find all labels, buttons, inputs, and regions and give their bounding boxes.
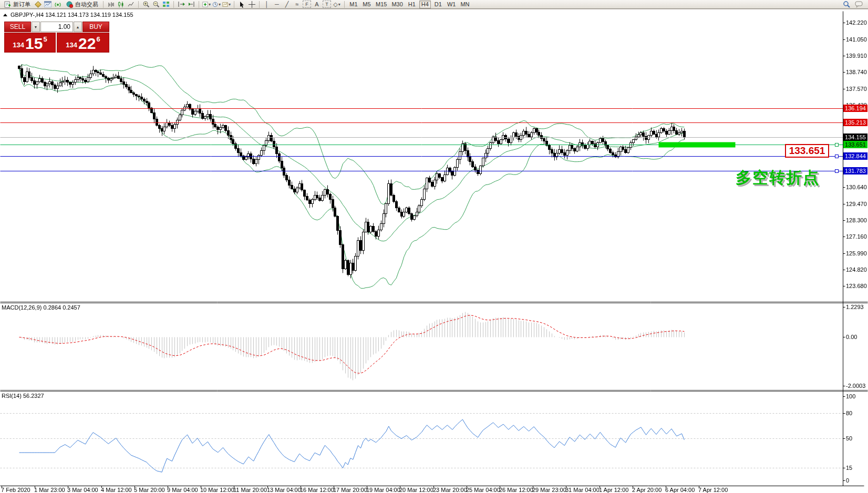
- zoom-out-icon[interactable]: [152, 1, 160, 8]
- timeframe-d1[interactable]: D1: [432, 1, 444, 8]
- new-order-icon: [3, 1, 12, 8]
- price-tick-label: 123.680: [846, 283, 867, 289]
- market-watch-icon[interactable]: [34, 1, 42, 8]
- new-order-button[interactable]: 新订单: [2, 1, 32, 8]
- time-tick-label: 4 Mar 12:00: [101, 487, 132, 493]
- price-tick-label: 125.990: [846, 250, 867, 256]
- timeframe-w1[interactable]: W1: [446, 1, 458, 8]
- one-click-trading-panel: SELL ▼ ▲ BUY 134155 134226: [4, 22, 109, 53]
- text-label-tool-icon[interactable]: T: [323, 1, 331, 8]
- autotrading-icon: [65, 1, 74, 8]
- toolbar: 新订单 自动交易: [0, 0, 868, 9]
- time-tick-label: 11 Mar 20:00: [233, 487, 267, 493]
- crosshair-icon[interactable]: [247, 1, 256, 8]
- price-tick-label: 142.220: [846, 19, 867, 26]
- macd-tick-label: 0.00: [846, 334, 857, 340]
- fibo-channel-tool-icon[interactable]: ≈: [293, 1, 301, 8]
- price-tick-label: 124.820: [846, 266, 867, 273]
- buy-price-figure: 134: [66, 41, 77, 49]
- timeframe-m30[interactable]: M30: [390, 1, 404, 8]
- candlestick-chart-icon[interactable]: [117, 1, 125, 8]
- price-tick-label: 129.470: [846, 201, 867, 207]
- price-tick-label: 141.050: [846, 36, 867, 43]
- text-tool-icon[interactable]: A: [313, 1, 321, 8]
- time-tick-label: 17 Mar 20:00: [333, 487, 367, 493]
- price-tick-label: 137.570: [846, 86, 867, 92]
- price-tick-label: 130.640: [846, 184, 867, 190]
- periods-icon[interactable]: ▾: [212, 1, 221, 8]
- toolbar-separator: [344, 1, 345, 8]
- new-order-label: 新订单: [13, 1, 30, 8]
- fibo-retracement-tool-icon[interactable]: F: [303, 1, 311, 8]
- vertical-line-tool-icon[interactable]: │: [263, 1, 271, 8]
- rsi-tick-label: 0: [846, 477, 849, 484]
- time-tick-label: 7 Apr 12:00: [698, 487, 728, 493]
- indicators-icon[interactable]: ▾: [202, 1, 211, 8]
- macd-tick-label: -2.0003: [846, 383, 865, 389]
- time-tick-label: 19 Mar 04:00: [366, 487, 400, 493]
- auto-scroll-icon[interactable]: [177, 1, 185, 8]
- chat-icon[interactable]: [855, 1, 863, 8]
- bar-chart-icon[interactable]: [107, 1, 115, 8]
- tile-windows-icon[interactable]: [162, 1, 170, 8]
- price-line-label: 134.155: [843, 133, 867, 141]
- price-line-label: 133.651: [843, 141, 867, 148]
- buy-price-display[interactable]: 134226: [57, 33, 109, 53]
- rsi-tick-label: 15: [846, 465, 852, 471]
- chart-window: GBPJPY-,H4 134.121 134.173 134.119 134.1…: [0, 9, 868, 493]
- time-tick-label: 16 Mar 12:00: [300, 487, 334, 493]
- arrows-tool-icon[interactable]: ◇▾: [333, 1, 341, 8]
- time-tick-label: 31 Mar 04:00: [565, 487, 600, 493]
- horizontal-line-tool-icon[interactable]: ─: [273, 1, 281, 8]
- timeframe-h4[interactable]: H4: [419, 1, 431, 8]
- time-tick-label: 3 Mar 04:00: [67, 487, 98, 493]
- sell-button[interactable]: SELL: [4, 22, 31, 32]
- search-icon[interactable]: [842, 1, 851, 8]
- volume-increase-button[interactable]: ▲: [74, 22, 82, 32]
- rsi-tick-label: 100: [846, 393, 855, 399]
- turning-point-annotation[interactable]: 多空转折点: [736, 167, 820, 189]
- time-tick-label: 5 Mar 20:00: [134, 487, 165, 493]
- time-tick-label: 20 Mar 12:00: [399, 487, 433, 493]
- timeframe-h1[interactable]: H1: [406, 1, 418, 8]
- sell-price-display[interactable]: 134155: [4, 33, 56, 53]
- price-callout-label[interactable]: 133.651: [785, 144, 829, 158]
- time-tick-label: 1 Apr 12:00: [599, 487, 628, 493]
- chart-window-icon[interactable]: [44, 1, 52, 8]
- autotrading-button[interactable]: 自动交易: [64, 1, 100, 8]
- time-tick-label: 25 Mar 04:00: [466, 487, 500, 493]
- toolbar-separator: [173, 1, 174, 8]
- sell-price-figure: 134: [13, 41, 24, 49]
- rsi-indicator-label: RSI(14) 56.2327: [2, 393, 44, 399]
- volume-decrease-button[interactable]: ▼: [32, 22, 40, 32]
- symbol-ohlc-readout: GBPJPY-,H4 134.121 134.173 134.119 134.1…: [11, 12, 133, 18]
- time-tick-label: 2 Apr 20:00: [632, 487, 662, 493]
- line-chart-icon[interactable]: [127, 1, 135, 8]
- volume-input[interactable]: [40, 22, 73, 32]
- toolbar-separator: [103, 1, 104, 8]
- price-line-label: 135.213: [843, 119, 867, 126]
- zoom-in-icon[interactable]: [142, 1, 150, 8]
- macd-indicator-label: MACD(12,26,9) 0.2864 0.2457: [2, 304, 80, 311]
- mt4-application: 新订单 自动交易: [0, 0, 868, 493]
- rsi-tick-label: 50: [846, 435, 852, 441]
- trendline-tool-icon[interactable]: ╱: [283, 1, 291, 8]
- time-tick-label: 1 Mar 23:00: [34, 487, 65, 493]
- timeframe-m1[interactable]: M1: [348, 1, 359, 8]
- time-tick-label: 6 Apr 04:00: [665, 487, 695, 493]
- buy-button[interactable]: BUY: [82, 22, 109, 32]
- timeframe-m5[interactable]: M5: [361, 1, 373, 8]
- time-tick-label: 10 Mar 12:00: [200, 487, 234, 493]
- toolbar-separator: [199, 1, 199, 8]
- signals-icon[interactable]: [54, 1, 62, 8]
- templates-icon[interactable]: ▾: [222, 1, 231, 8]
- price-line-label: 132.844: [843, 152, 867, 160]
- price-chart-canvas[interactable]: [0, 9, 868, 493]
- macd-tick-label: 1.2293: [846, 304, 864, 310]
- chart-shift-icon[interactable]: [187, 1, 195, 8]
- collapse-panel-icon[interactable]: [3, 14, 7, 16]
- timeframe-mn[interactable]: MN: [459, 1, 471, 8]
- timeframe-m15[interactable]: M15: [374, 1, 388, 8]
- price-tick-label: 138.740: [846, 69, 867, 75]
- cursor-icon[interactable]: [237, 1, 246, 8]
